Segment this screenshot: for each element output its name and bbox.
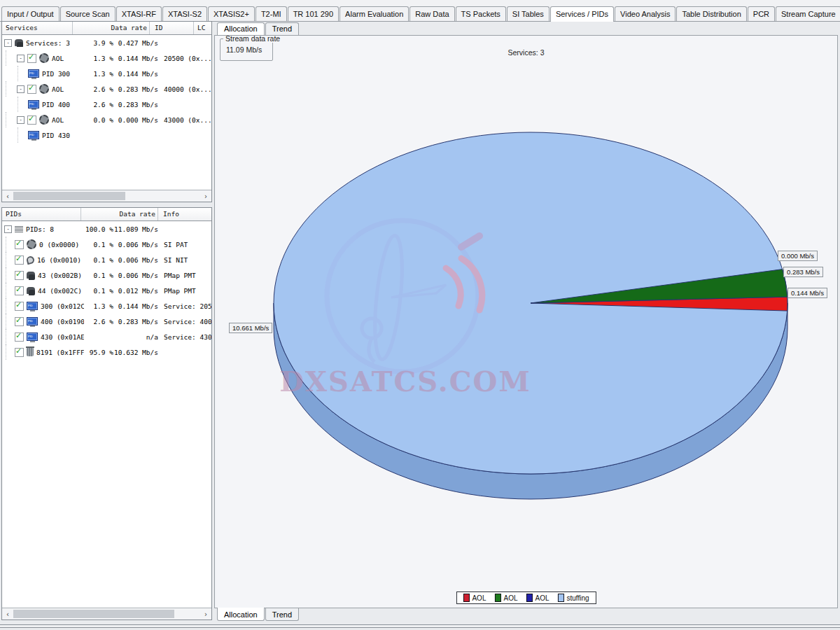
tab-xtasi-rf[interactable]: XTASI-RF [116, 6, 162, 21]
tab-stream-capture[interactable]: Stream Capture [776, 6, 840, 21]
tree-indent [6, 298, 15, 314]
tab-allocation-bottom[interactable]: Allocation [217, 608, 265, 621]
tab-source-scan[interactable]: Source Scan [60, 6, 115, 21]
checkbox[interactable] [27, 115, 36, 125]
table-row[interactable]: - AOL 1.3 % 0.144 Mb/s 20500 (0x... [2, 50, 211, 66]
expand-toggle[interactable]: - [17, 85, 24, 93]
tab-trend-bottom[interactable]: Trend [265, 608, 299, 621]
scrollbar-thumb[interactable] [13, 192, 125, 200]
gear-icon [39, 53, 49, 63]
legend-swatch-red [463, 594, 469, 602]
monitor-icon [27, 332, 38, 341]
table-row[interactable]: 44 (0x002C) 0.1 % 0.012 Mb/s PMap PMT [2, 283, 211, 298]
checkbox[interactable] [15, 302, 24, 311]
tab-xtasis2plus[interactable]: XTASIS2+ [208, 6, 255, 21]
table-row[interactable]: - Services: 3 3.9 % 0.427 Mb/s [2, 35, 211, 50]
scroll-left-icon[interactable]: ‹ [2, 192, 13, 200]
tab-pcr[interactable]: PCR [748, 6, 775, 21]
checkbox[interactable] [15, 255, 24, 265]
checkbox[interactable] [15, 286, 24, 295]
tab-table-distribution[interactable]: Table Distribution [676, 6, 746, 21]
scroll-right-icon[interactable]: › [200, 610, 211, 618]
row-percent: 100.0 % [84, 225, 113, 233]
scrollbar-track[interactable] [13, 191, 200, 201]
tree-indent [18, 66, 28, 81]
table-row[interactable]: - AOL 2.6 % 0.283 Mb/s 40000 (0x... [2, 81, 211, 97]
row-label: AOL [52, 55, 64, 62]
checkbox[interactable] [15, 332, 24, 342]
row-percent: 95.9 % [84, 349, 113, 356]
pids-table-header: PIDs Data rate Info [2, 208, 211, 221]
tab-trend-top[interactable]: Trend [265, 22, 299, 35]
scroll-left-icon[interactable]: ‹ [2, 610, 13, 618]
checkbox[interactable] [15, 348, 24, 357]
checkbox[interactable] [27, 54, 36, 63]
expand-toggle[interactable]: - [4, 39, 12, 47]
column-header-lc[interactable]: LC [194, 22, 211, 34]
table-row[interactable]: - AOL 0.0 % 0.000 Mb/s 43000 (0x... [2, 112, 211, 127]
slice-label-aol-144: 0.144 Mb/s [788, 288, 827, 298]
checkbox[interactable] [15, 317, 24, 326]
tab-raw-data[interactable]: Raw Data [410, 6, 454, 21]
scroll-right-icon[interactable]: › [200, 192, 211, 200]
expand-toggle[interactable]: - [17, 116, 24, 124]
tab-xtasi-s2[interactable]: XTASI-S2 [162, 6, 207, 21]
row-rate: 0.012 Mb/s [113, 287, 158, 295]
row-rate: 0.144 Mb/s [113, 70, 158, 78]
column-header-services[interactable]: Services [2, 22, 73, 34]
row-label: 44 (0x002C) [38, 287, 82, 295]
table-row[interactable]: 430 (0x01AE) n/a Service: 43000 ( [2, 329, 211, 344]
table-row[interactable]: 16 (0x0010) 0.1 % 0.006 Mb/s SI NIT [2, 252, 211, 267]
tab-allocation-top[interactable]: Allocation [217, 22, 265, 36]
table-row[interactable]: 300 (0x012C) 1.3 % 0.144 Mb/s Service: 2… [2, 298, 211, 314]
row-rate: 0.000 Mb/s [113, 116, 158, 124]
row-rate: 0.283 Mb/s [113, 85, 158, 93]
row-percent: 2.6 % [84, 85, 113, 93]
table-row[interactable]: PID 400 2.6 % 0.283 Mb/s [2, 97, 211, 112]
row-label: PID 300 [42, 70, 70, 78]
row-rate: 0.006 Mb/s [113, 241, 158, 248]
table-row[interactable]: - PIDs: 8 100.0 % 11.089 Mb/s [2, 221, 211, 237]
expand-toggle[interactable]: - [4, 225, 12, 233]
tree-indent [6, 252, 15, 267]
tab-si-tables[interactable]: SI Tables [507, 6, 550, 21]
table-row[interactable]: PID 300 1.3 % 0.144 Mb/s [2, 66, 211, 81]
slice-label-aol-0: 0.000 Mb/s [778, 251, 818, 261]
allocation-panel: Allocation Trend Stream data rate 11.09 … [214, 20, 838, 625]
checkbox[interactable] [15, 240, 24, 249]
tab-alarm-evaluation[interactable]: Alarm Evaluation [340, 6, 409, 21]
tree-indent [6, 237, 15, 252]
table-row[interactable]: 0 (0x0000) 0.1 % 0.006 Mb/s SI PAT [2, 237, 211, 252]
table-row[interactable]: 8191 (0x1FFF) 95.9 % 10.632 Mb/s [2, 344, 211, 360]
column-header-data-rate[interactable]: Data rate [81, 208, 158, 220]
row-info: Service: 40000 ( [158, 318, 211, 326]
scrollbar-track[interactable] [13, 609, 200, 619]
ts-analyzer-window: Input / Output Source Scan XTASI-RF XTAS… [0, 0, 840, 630]
row-rate: 0.283 Mb/s [113, 318, 158, 326]
row-id: 40000 (0x... [158, 85, 211, 93]
row-percent: 1.3 % [84, 302, 113, 310]
tab-input-output[interactable]: Input / Output [1, 6, 59, 21]
tab-video-analysis[interactable]: Video Analysis [615, 6, 676, 21]
column-header-id[interactable]: ID [150, 22, 194, 34]
tab-ts-packets[interactable]: TS Packets [456, 6, 506, 21]
pids-tree: - PIDs: 8 100.0 % 11.089 Mb/s 0 (0x0000) [2, 221, 211, 360]
pids-horizontal-scrollbar[interactable]: ‹ › [2, 608, 211, 620]
expand-toggle[interactable]: - [17, 55, 24, 62]
legend-label: AOL [472, 594, 486, 602]
tree-indent [18, 97, 28, 112]
tab-t2-mi[interactable]: T2-MI [255, 6, 287, 21]
column-header-data-rate[interactable]: Data rate [73, 22, 150, 34]
checkbox[interactable] [27, 85, 36, 94]
tab-tr-101-290[interactable]: TR 101 290 [288, 6, 339, 21]
table-row[interactable]: 400 (0x0190) 2.6 % 0.283 Mb/s Service: 4… [2, 314, 211, 329]
scrollbar-thumb[interactable] [13, 610, 174, 618]
services-horizontal-scrollbar[interactable]: ‹ › [2, 190, 211, 202]
monitor-icon [28, 131, 39, 139]
checkbox[interactable] [15, 271, 24, 280]
pie-chart: DXSATCS.COM [215, 36, 838, 604]
table-row[interactable]: PID 430 [2, 127, 211, 143]
column-header-pids[interactable]: PIDs [2, 208, 81, 220]
column-header-info[interactable]: Info [158, 208, 211, 220]
table-row[interactable]: 43 (0x002B) 0.1 % 0.006 Mb/s PMap PMT [2, 267, 211, 283]
